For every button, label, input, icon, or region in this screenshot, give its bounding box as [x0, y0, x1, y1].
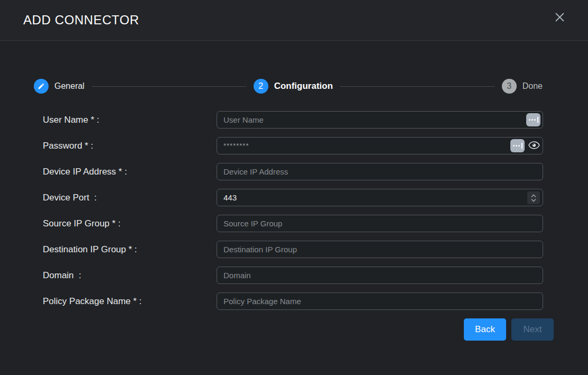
password-field	[217, 137, 543, 154]
ellipsis-dot	[513, 145, 515, 147]
form-row-policy-package-name: Policy Package Name * :	[43, 292, 588, 310]
destination-ip-group-label: Destination IP Group * :	[43, 244, 217, 255]
ellipsis-dot	[518, 145, 520, 147]
ellipsis-button[interactable]	[526, 113, 540, 126]
ellipsis-cursor	[521, 143, 522, 149]
domain-field	[217, 267, 543, 284]
ellipsis-cursor	[537, 117, 538, 123]
back-button[interactable]: Back	[464, 318, 506, 341]
pencil-icon	[34, 79, 49, 94]
add-connector-dialog: ADD CONNECTOR General 2 Configuration 3 …	[0, 0, 588, 375]
step-3-badge: 3	[502, 79, 517, 94]
chevron-down-icon	[530, 198, 537, 202]
ellipsis-dot	[531, 119, 533, 121]
username-label: User Name * :	[43, 115, 217, 125]
next-button[interactable]: Next	[511, 318, 554, 341]
username-field	[217, 111, 543, 129]
device-ip-input[interactable]	[217, 167, 543, 176]
ellipsis-button[interactable]	[510, 139, 525, 152]
form-row-domain: Domain :	[43, 267, 588, 284]
chevron-up-icon	[530, 194, 537, 198]
domain-label: Domain :	[43, 270, 217, 281]
device-ip-field	[217, 163, 543, 180]
device-port-input[interactable]	[217, 193, 543, 202]
device-port-label: Device Port :	[43, 193, 217, 203]
source-ip-group-field	[217, 215, 543, 232]
close-x-glyph	[554, 12, 565, 23]
dialog-header: ADD CONNECTOR	[0, 0, 588, 41]
configuration-form: User Name * : Password * :	[43, 111, 588, 310]
policy-package-name-label: Policy Package Name * :	[43, 296, 217, 307]
step-done-label: Done	[522, 81, 543, 91]
device-port-field	[217, 189, 543, 206]
wizard-stepper: General 2 Configuration 3 Done	[34, 79, 543, 94]
policy-package-name-field	[217, 292, 543, 310]
form-row-password: Password * :	[43, 137, 588, 154]
eye-icon[interactable]	[528, 141, 540, 150]
dialog-actions: Back Next	[0, 318, 554, 341]
form-row-device-port: Device Port :	[43, 189, 588, 206]
ellipsis-dot	[534, 119, 536, 121]
page-title: ADD CONNECTOR	[23, 13, 139, 28]
password-label: Password * :	[43, 141, 217, 151]
step-general[interactable]: General	[34, 79, 85, 94]
step-configuration-label: Configuration	[274, 81, 333, 92]
close-icon[interactable]	[552, 10, 567, 24]
step-done: 3 Done	[502, 79, 543, 94]
step-2-badge: 2	[254, 79, 268, 94]
step-configuration[interactable]: 2 Configuration	[254, 79, 333, 94]
domain-input[interactable]	[217, 271, 543, 280]
stepper-connector	[340, 86, 494, 87]
step-general-label: General	[54, 81, 85, 91]
stepper-connector	[92, 86, 246, 87]
number-spinner[interactable]	[527, 191, 540, 204]
ellipsis-dot	[529, 119, 530, 121]
password-input[interactable]	[217, 142, 543, 150]
form-row-username: User Name * :	[43, 111, 588, 129]
source-ip-group-input[interactable]	[217, 219, 543, 228]
form-row-destination-ip-group: Destination IP Group * :	[43, 241, 588, 258]
form-row-device-ip: Device IP Address * :	[43, 163, 588, 180]
policy-package-name-input[interactable]	[217, 297, 543, 306]
ellipsis-dot	[516, 145, 517, 147]
form-row-source-ip-group: Source IP Group * :	[43, 215, 588, 232]
destination-ip-group-field	[217, 241, 543, 258]
source-ip-group-label: Source IP Group * :	[43, 218, 217, 229]
device-ip-label: Device IP Address * :	[43, 167, 217, 177]
username-input[interactable]	[217, 115, 543, 124]
destination-ip-group-input[interactable]	[217, 245, 543, 254]
